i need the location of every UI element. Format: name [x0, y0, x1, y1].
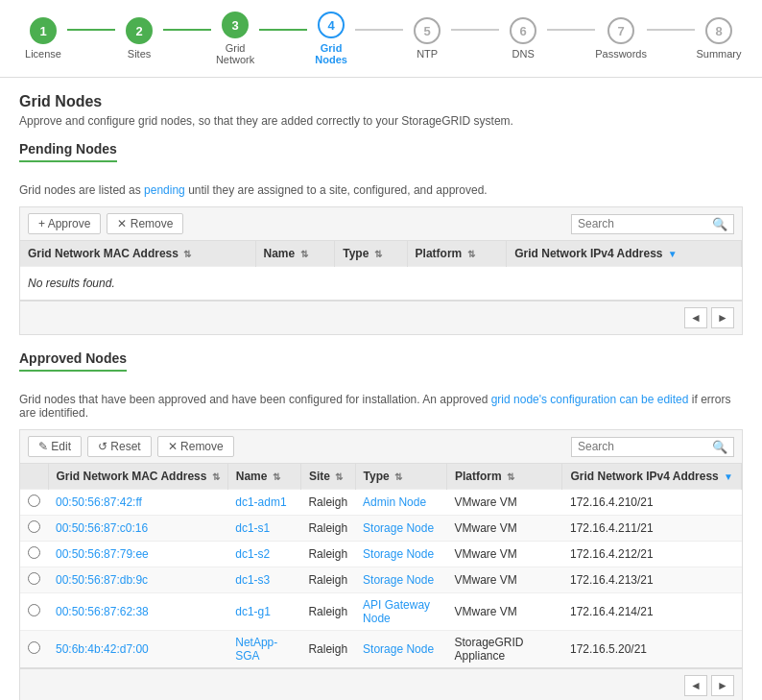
approved-search-box[interactable]: 🔍 [571, 437, 734, 457]
step-4[interactable]: 4 Grid Nodes [307, 12, 355, 65]
connector-2-3 [163, 29, 211, 31]
row-radio-4[interactable] [20, 593, 48, 631]
pending-remove-button[interactable]: ✕ Remove [107, 213, 183, 234]
row-site-4: Raleigh [300, 593, 355, 631]
connector-1-2 [67, 29, 115, 31]
row-site-0: Raleigh [300, 490, 355, 516]
approved-pagination: ◄ ► [19, 668, 743, 700]
approved-table-row[interactable]: 00:50:56:87:79:ee dc1-s2 Raleigh Storage… [20, 542, 742, 567]
row-radio-3[interactable] [20, 567, 48, 593]
approved-table-row[interactable]: 00:50:56:87:42:ff dc1-adm1 Raleigh Admin… [20, 490, 742, 516]
row-platform-4: VMware VM [446, 593, 561, 631]
approved-section-header: Approved Nodes [19, 350, 743, 377]
approved-search-input[interactable] [578, 440, 712, 453]
step-6[interactable]: 6 DNS [499, 17, 547, 60]
row-type-4: API Gateway Node [355, 593, 446, 631]
step-3-label: Grid Network [211, 42, 259, 65]
row-radio-2[interactable] [20, 542, 48, 567]
step-5-label: NTP [417, 48, 438, 60]
row-ipv4-3: 172.16.4.213/21 [562, 567, 742, 593]
step-2[interactable]: 2 Sites [115, 17, 163, 60]
step-7[interactable]: 7 Passwords [595, 17, 647, 60]
row-mac-0: 00:50:56:87:42:ff [48, 490, 227, 516]
row-name-5: NetApp-SGA [227, 631, 300, 668]
pending-table: Grid Network MAC Address ⇅ Name ⇅ Type ⇅… [20, 241, 742, 300]
page-title: Grid Nodes [19, 93, 743, 110]
row-mac-5: 50:6b:4b:42:d7:00 [48, 631, 227, 668]
approved-col-site[interactable]: Site ⇅ [300, 464, 355, 490]
pending-prev-btn[interactable]: ◄ [684, 307, 707, 328]
row-type-3: Storage Node [355, 567, 446, 593]
approved-table-row[interactable]: 00:50:56:87:c0:16 dc1-s1 Raleigh Storage… [20, 516, 742, 542]
approved-prev-btn[interactable]: ◄ [684, 675, 707, 696]
edit-button[interactable]: ✎ Edit [28, 436, 82, 457]
row-radio-1[interactable] [20, 516, 48, 542]
step-3[interactable]: 3 Grid Network [211, 12, 259, 65]
approved-table-wrapper: Grid Network MAC Address ⇅ Name ⇅ Site ⇅… [19, 464, 743, 668]
step-8-circle: 8 [705, 17, 732, 44]
pending-search-box[interactable]: 🔍 [571, 214, 734, 234]
row-ipv4-1: 172.16.4.211/21 [562, 516, 742, 542]
row-platform-3: VMware VM [446, 567, 561, 593]
step-8-label: Summary [696, 48, 741, 60]
approved-col-type[interactable]: Type ⇅ [355, 464, 446, 490]
step-2-circle: 2 [126, 17, 153, 44]
row-type-1: Storage Node [355, 516, 446, 542]
row-ipv4-2: 172.16.4.212/21 [562, 542, 742, 567]
step-4-circle: 4 [318, 12, 345, 38]
pending-toolbar-left: + Approve ✕ Remove [28, 213, 183, 234]
connector-5-6 [451, 29, 499, 31]
approved-toolbar-left: ✎ Edit ↺ Reset ✕ Remove [28, 436, 234, 457]
pending-col-type[interactable]: Type ⇅ [335, 241, 407, 267]
step-6-circle: 6 [510, 17, 536, 44]
pending-search-input[interactable] [578, 217, 712, 230]
row-platform-2: VMware VM [446, 542, 561, 567]
approved-table-header: Grid Network MAC Address ⇅ Name ⇅ Site ⇅… [20, 464, 742, 490]
pending-toolbar: + Approve ✕ Remove 🔍 [19, 206, 743, 241]
pending-pagination: ◄ ► [19, 301, 743, 335]
approved-search-icon: 🔍 [712, 440, 727, 454]
approve-button[interactable]: + Approve [28, 213, 101, 234]
approved-remove-button[interactable]: ✕ Remove [157, 436, 234, 457]
approved-table-row[interactable]: 00:50:56:87:db:9c dc1-s3 Raleigh Storage… [20, 567, 742, 593]
step-1-circle: 1 [30, 17, 57, 44]
row-site-3: Raleigh [300, 567, 355, 593]
pending-col-name[interactable]: Name ⇅ [255, 241, 335, 267]
approved-toolbar: ✎ Edit ↺ Reset ✕ Remove 🔍 [19, 429, 743, 464]
row-ipv4-0: 172.16.4.210/21 [562, 490, 742, 516]
reset-button[interactable]: ↺ Reset [87, 436, 152, 457]
row-platform-1: VMware VM [446, 516, 561, 542]
step-4-label: Grid Nodes [307, 42, 355, 65]
approved-col-platform[interactable]: Platform ⇅ [446, 464, 561, 490]
step-2-label: Sites [128, 48, 151, 60]
pending-search-icon: 🔍 [712, 217, 727, 231]
row-radio-5[interactable] [20, 631, 48, 668]
row-radio-0[interactable] [20, 490, 48, 516]
approved-table-row[interactable]: 00:50:56:87:62:38 dc1-g1 Raleigh API Gat… [20, 593, 742, 631]
approved-next-btn[interactable]: ► [711, 675, 734, 696]
step-1[interactable]: 1 License [19, 17, 67, 60]
step-5[interactable]: 5 NTP [403, 17, 451, 60]
pending-col-mac[interactable]: Grid Network MAC Address ⇅ [20, 241, 255, 267]
pending-section-header: Pending Nodes [19, 141, 743, 168]
approved-table-row[interactable]: 50:6b:4b:42:d7:00 NetApp-SGA Raleigh Sto… [20, 631, 742, 668]
step-7-label: Passwords [595, 48, 647, 60]
step-7-circle: 7 [607, 17, 634, 44]
pending-next-btn[interactable]: ► [711, 307, 734, 328]
pending-col-platform[interactable]: Platform ⇅ [407, 241, 507, 267]
pending-col-ipv4[interactable]: Grid Network IPv4 Address ▼ [507, 241, 742, 267]
step-6-label: DNS [512, 48, 535, 60]
pending-table-wrapper: Grid Network MAC Address ⇅ Name ⇅ Type ⇅… [19, 241, 743, 301]
row-ipv4-4: 172.16.4.214/21 [562, 593, 742, 631]
row-type-2: Storage Node [355, 542, 446, 567]
approved-col-mac[interactable]: Grid Network MAC Address ⇅ [48, 464, 227, 490]
page-description: Approve and configure grid nodes, so tha… [19, 114, 743, 128]
approved-col-ipv4[interactable]: Grid Network IPv4 Address ▼ [562, 464, 742, 490]
approved-col-name[interactable]: Name ⇅ [227, 464, 300, 490]
row-type-0: Admin Node [355, 490, 446, 516]
row-mac-1: 00:50:56:87:c0:16 [48, 516, 227, 542]
approved-table: Grid Network MAC Address ⇅ Name ⇅ Site ⇅… [20, 464, 742, 667]
connector-6-7 [547, 29, 595, 31]
row-name-1: dc1-s1 [227, 516, 300, 542]
step-8[interactable]: 8 Summary [695, 17, 743, 60]
